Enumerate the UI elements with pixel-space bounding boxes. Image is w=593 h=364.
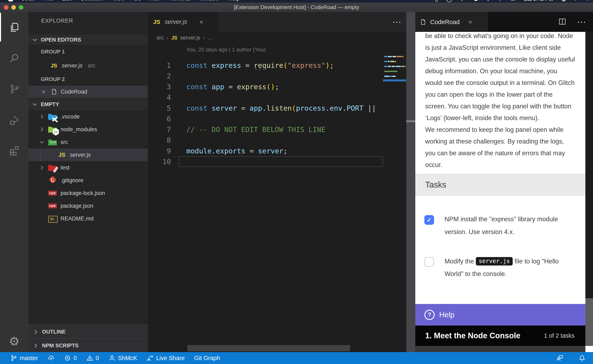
close-tab-icon[interactable]: × [468, 19, 472, 25]
close-tab-icon[interactable]: × [200, 19, 203, 25]
menu-edit[interactable]: Edit [62, 0, 72, 2]
explorer-sidebar: EXPLORER OPEN EDITORS GROUP 1 JS server.… [28, 12, 148, 352]
window-title-bar[interactable]: [Extension Development Host] - CodeRoad … [0, 3, 593, 12]
tree-item-test[interactable]: test [28, 161, 148, 174]
tree-item--vscode[interactable]: .vscode [28, 110, 148, 123]
code-line-3[interactable]: 3const app = express(); [148, 81, 406, 92]
editor-panel-divider[interactable] [406, 12, 415, 352]
status-0[interactable]: 0 [64, 355, 77, 362]
code-line-10[interactable]: 10 [148, 156, 406, 167]
divider-handle[interactable] [406, 120, 415, 122]
breadcrumb-file[interactable]: server.js [180, 35, 200, 41]
activity-extensions-icon[interactable] [0, 135, 28, 166]
code-line-5[interactable]: 5const server = app.listen(process.env.P… [148, 103, 406, 114]
open-editors-header[interactable]: OPEN EDITORS [28, 35, 148, 45]
menu-status-icon[interactable]: ◯ [446, 0, 452, 2]
horizontal-scrollbar[interactable] [187, 345, 350, 351]
code-chip: server.js [476, 257, 513, 266]
status-feedback-icon[interactable] [556, 355, 563, 362]
breadcrumb-src[interactable]: src [156, 35, 164, 41]
menu-terminal[interactable]: Terminal [169, 0, 190, 2]
code-line-4[interactable]: 4 [148, 92, 406, 103]
tree-item-label: src [60, 139, 68, 145]
outline-section-header[interactable]: OUTLINE [28, 325, 148, 339]
menu-status-icon[interactable]: ➤ [460, 0, 465, 2]
code-line-8[interactable]: 8 [148, 135, 406, 146]
activity-source-control-icon[interactable] [0, 74, 28, 104]
task-checkbox-1[interactable]: ✓ [424, 215, 434, 225]
close-editor-icon[interactable]: × [42, 89, 46, 95]
js-file-icon: JS [171, 35, 177, 41]
menu-status-icon[interactable]: ↕ [487, 0, 489, 2]
sidebar-title: EXPLORER [41, 18, 73, 24]
webview-scrollbar[interactable] [585, 32, 593, 346]
menu-status-icon[interactable]: ∗ [498, 0, 502, 2]
active-indicator [0, 13, 1, 42]
code-line-6[interactable]: 6 [148, 114, 406, 124]
menu-help[interactable]: Help [228, 0, 240, 2]
minimap-line [384, 76, 396, 77]
tree-item-package-lock-json[interactable]: npmpackage-lock.json [28, 187, 148, 200]
activity-run-debug-icon[interactable] [0, 104, 28, 135]
open-editor-coderoad[interactable]: × CodeRoad [28, 85, 148, 98]
menu-go[interactable]: Go [134, 0, 141, 2]
tree-item-package-json[interactable]: npmpackage.json [28, 200, 148, 212]
menu-status-icon[interactable]: ◉ [561, 0, 566, 2]
status-git-graph[interactable]: Git Graph [194, 355, 220, 362]
tree-item-readme-md[interactable]: M↓README.md [28, 212, 148, 225]
status-shmck[interactable]: ShMcK [108, 355, 137, 362]
menu-file[interactable]: File [44, 0, 53, 2]
code-line-7[interactable]: 7// -- DO NOT EDIT BELOW THIS LINE [148, 124, 406, 135]
editor-more-actions-button[interactable]: ⋯ [392, 12, 401, 32]
menu-status-icon[interactable]: ▭ [510, 0, 516, 2]
breadcrumb[interactable]: src › JS server.js › … [156, 32, 213, 44]
menu-window[interactable]: Window [199, 0, 219, 2]
tree-item-node-modules[interactable]: jsnode_modules [28, 123, 148, 136]
code-line-1[interactable]: 1const express = require("express"); [148, 60, 406, 71]
split-editor-icon[interactable] [558, 18, 566, 26]
menu-status-icon[interactable]: ▯ [435, 0, 438, 2]
task-checkbox-2[interactable] [424, 257, 434, 267]
status-cloud-upload[interactable] [47, 355, 54, 362]
tree-item--gitignore[interactable]: .gitignore [28, 174, 148, 187]
menu-status-icon[interactable]: ▲ [473, 0, 479, 2]
activity-search-icon[interactable] [0, 43, 28, 74]
tree-item-src[interactable]: </>src [28, 136, 148, 149]
open-editor-server-js[interactable]: JS server.js src [28, 60, 148, 72]
chevron-right-icon [33, 343, 39, 349]
status-live-share[interactable]: Live Share [147, 355, 185, 362]
status-master[interactable]: master [10, 355, 38, 362]
line-number: 2 [148, 71, 171, 81]
tab-server-js[interactable]: JS server.js × [148, 12, 219, 32]
minimap[interactable] [383, 44, 406, 352]
git-icon [48, 176, 57, 184]
settings-gear-icon[interactable]: ⚙ [0, 335, 28, 348]
gitlens-blame-annotation[interactable]: You, 20 days ago | 1 author (You) [186, 46, 266, 53]
code-line-2[interactable]: 2 [148, 71, 406, 81]
help-bar[interactable]: ? Help [415, 304, 593, 325]
window-title: [Extension Development Host] - CodeRoad … [0, 3, 593, 12]
menu-status-icon[interactable]: ◐ [574, 0, 578, 2]
menu-selection[interactable]: Selection [81, 0, 104, 2]
apple-menu-icon[interactable] [8, 0, 13, 1]
menu-clock[interactable]: Sat 9:43 PM [524, 0, 553, 2]
tree-item-server-js[interactable]: JSserver.js [28, 149, 148, 161]
breadcrumb-more[interactable]: … [208, 35, 213, 41]
code-editor[interactable]: 1const express = require("express");23co… [148, 60, 406, 167]
tab-coderoad[interactable]: CodeRoad × [415, 12, 488, 32]
workspace-folder-header[interactable]: EMPTY [28, 98, 148, 110]
editor-tab-bar: JS server.js × ⋯ [148, 12, 406, 32]
menu-status-icon[interactable]: ≡ [586, 0, 589, 2]
open-editors-group2-label: GROUP 2 [41, 76, 65, 83]
more-actions-icon[interactable]: ⋯ [577, 17, 586, 27]
menu-code[interactable]: Code [21, 0, 35, 2]
lesson-footer[interactable]: 1. Meet the Node Console 1 of 2 tasks [415, 325, 593, 346]
status-0[interactable]: 0 [86, 355, 99, 362]
code-line-9[interactable]: 9module.exports = server; [148, 146, 406, 156]
npm-scripts-section-header[interactable]: NPM SCRIPTS [28, 338, 148, 352]
menu-run[interactable]: Run [150, 0, 160, 2]
menu-view[interactable]: View [113, 0, 125, 2]
activity-files-icon[interactable] [0, 12, 28, 43]
webview-scrollbar-thumb[interactable] [585, 32, 593, 298]
status-bell-icon[interactable] [579, 355, 586, 362]
